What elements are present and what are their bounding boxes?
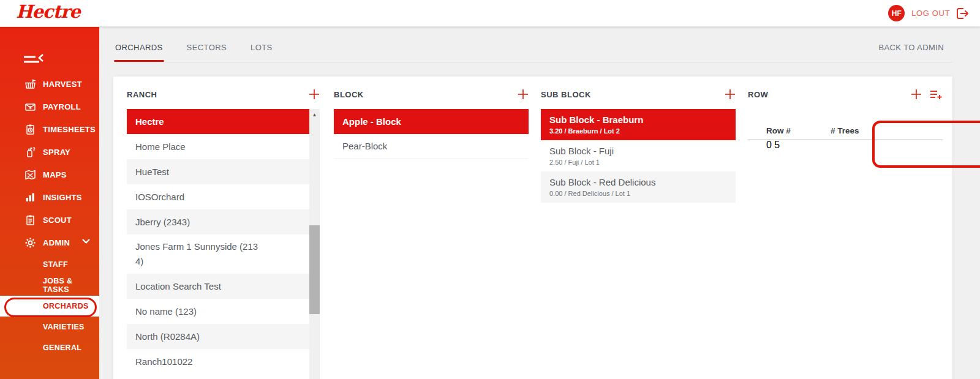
subblock-item-title: Sub Block - Fuji — [549, 145, 729, 157]
logout-icon — [956, 7, 969, 20]
ranch-list-item[interactable]: Location Search Test — [127, 274, 309, 299]
logout-label: LOG OUT — [911, 9, 950, 18]
sidebar-item-insights[interactable]: INSIGHTS — [0, 186, 99, 209]
row-panel-title: ROW — [748, 90, 768, 99]
row-table: Row # # Trees 0 5 — [748, 122, 943, 151]
ranch-list-item[interactable]: HueTest — [127, 159, 309, 184]
sidebar-item-label: STAFF — [43, 260, 68, 269]
maps-icon — [24, 169, 36, 181]
sidebar-item-maps[interactable]: MAPS — [0, 163, 99, 186]
tab-sectors[interactable]: SECTORS — [187, 43, 227, 61]
sidebar-item-jobs-tasks[interactable]: JOBS & TASKS — [0, 275, 99, 296]
add-subblock-button[interactable] — [725, 89, 736, 100]
subblock-item-subtitle: 3.20 / Braeburn / Lot 2 — [549, 127, 729, 135]
sidebar-item-general[interactable]: GENERAL — [0, 337, 99, 358]
add-multiple-rows-icon[interactable] — [930, 89, 943, 100]
ranch-list-item[interactable]: Jberry (2343) — [127, 209, 309, 235]
sidebar-menu: HARVEST $ PAYROLL TIMESHEETS — [0, 73, 99, 358]
sidebar-item-label: MAPS — [43, 170, 67, 179]
subblock-item-title: Sub Block - Red Delicious — [549, 176, 729, 188]
sidebar-item-varieties[interactable]: VARIETIES — [0, 317, 99, 337]
ranch-item-label: Location Search Test — [135, 279, 303, 294]
add-row-button[interactable] — [911, 89, 922, 100]
ranch-panel-title: RANCH — [127, 90, 157, 99]
ranch-list-item[interactable]: North (R0284A) — [127, 324, 309, 349]
gear-icon — [24, 237, 36, 249]
subblock-item-title: Sub Block - Braeburn — [549, 114, 729, 126]
subblock-list-item[interactable]: Sub Block - Red Delicious 0.00 / Red Del… — [541, 171, 736, 203]
sidebar-item-orchards[interactable]: ORCHARDS — [0, 296, 99, 317]
ranch-scrollbar[interactable]: ▲ — [309, 109, 320, 379]
trees-cell: 5 — [774, 140, 780, 150]
sidebar-item-label: ADMIN — [43, 238, 70, 247]
block-list-item[interactable]: Apple - Block — [334, 109, 529, 134]
block-item-label: Pear-Block — [342, 139, 522, 154]
ranch-panel: RANCH Hectre Home Place — [127, 89, 320, 379]
spray-icon — [24, 146, 36, 158]
subblock-list-item[interactable]: Sub Block - Fuji 2.50 / Fuji / Lot 1 — [541, 140, 736, 171]
block-list: Apple - Block Pear-Block — [334, 109, 529, 379]
user-avatar[interactable]: HF — [888, 5, 905, 21]
tab-orchards[interactable]: ORCHARDS — [115, 43, 163, 61]
ranch-item-label: Hectre — [135, 114, 303, 129]
sidebar-item-timesheets[interactable]: TIMESHEETS — [0, 118, 99, 141]
harvest-icon — [24, 78, 36, 90]
sidebar-item-payroll[interactable]: $ PAYROLL — [0, 96, 99, 118]
sidebar-item-label: HARVEST — [43, 80, 82, 89]
scroll-up-arrow[interactable]: ▲ — [309, 112, 320, 118]
trees-header: # Trees — [831, 126, 943, 135]
collapse-sidebar-icon[interactable] — [23, 54, 45, 65]
sidebar-item-staff[interactable]: STAFF — [0, 254, 99, 275]
sidebar-item-label: VARIETIES — [43, 323, 85, 331]
insights-icon — [24, 192, 36, 203]
sidebar-item-admin[interactable]: ADMIN — [0, 231, 99, 254]
scrollbar-thumb[interactable] — [309, 225, 320, 314]
sidebar-item-label: PAYROLL — [43, 102, 81, 111]
sidebar-item-scout[interactable]: SCOUT — [0, 209, 99, 231]
chevron-down-icon — [82, 239, 90, 244]
sidebar-item-label: GENERAL — [43, 343, 81, 352]
subblock-list-item[interactable]: Sub Block - Braeburn 3.20 / Braeburn / L… — [541, 109, 736, 140]
logout-button[interactable]: LOG OUT — [911, 7, 969, 20]
ranch-list-item[interactable]: Hectre — [127, 109, 309, 134]
ranch-list-item[interactable]: Home Place — [127, 134, 309, 159]
subblock-list: Sub Block - Braeburn 3.20 / Braeburn / L… — [541, 109, 736, 379]
subblock-item-subtitle: 0.00 / Red Delicious / Lot 1 — [549, 190, 729, 198]
ranch-list-item[interactable]: Ranch101022 — [127, 349, 309, 374]
row-panel: ROW Row # # Trees — [748, 89, 943, 151]
ranch-item-label: HueTest — [135, 165, 303, 179]
scout-icon — [24, 214, 36, 226]
tab-lots[interactable]: LOTS — [251, 43, 273, 61]
subblock-item-subtitle: 2.50 / Fuji / Lot 1 — [549, 159, 729, 167]
sidebar-item-label: ORCHARDS — [43, 302, 89, 310]
ranch-item-label: IOSOrchard — [135, 190, 303, 205]
sidebar-item-label: SCOUT — [43, 216, 72, 225]
sidebar-item-label: SPRAY — [43, 148, 70, 157]
tab-bar: ORCHARDS SECTORS LOTS BACK TO ADMIN — [115, 43, 952, 62]
ranch-list-item[interactable]: No name (123) — [127, 299, 309, 324]
row-table-row[interactable]: 0 5 — [748, 140, 943, 151]
row-table-header: Row # # Trees — [748, 122, 943, 140]
block-list-item[interactable]: Pear-Block — [334, 134, 529, 159]
block-panel: BLOCK Apple - Block Pear-Block — [334, 89, 529, 379]
back-to-admin-link[interactable]: BACK TO ADMIN — [878, 43, 944, 52]
payroll-icon: $ — [24, 101, 36, 113]
ranch-list-item[interactable]: IOSOrchard — [127, 184, 309, 209]
sidebar: HARVEST $ PAYROLL TIMESHEETS — [0, 27, 99, 379]
sidebar-item-spray[interactable]: SPRAY — [0, 141, 99, 163]
ranch-item-label: No name (123) — [135, 304, 303, 319]
top-header: Hectre HF LOG OUT — [0, 0, 980, 27]
ranch-item-label: Home Place — [135, 140, 303, 154]
block-panel-title: BLOCK — [334, 90, 364, 99]
sidebar-item-label: INSIGHTS — [43, 193, 82, 202]
ranch-list-item[interactable]: Jones Farm 1 Sunnyside (213 4) — [127, 235, 309, 274]
add-ranch-button[interactable] — [309, 89, 320, 100]
orchards-card: RANCH Hectre Home Place — [113, 77, 952, 379]
row-number-header: Row # — [748, 126, 831, 135]
add-block-button[interactable] — [518, 89, 529, 100]
ranch-item-label: Ranch101022 — [135, 355, 303, 369]
sidebar-item-harvest[interactable]: HARVEST — [0, 73, 99, 96]
hectre-logo: Hectre — [16, 3, 80, 23]
row-number-cell: 0 — [748, 140, 772, 150]
subblock-panel-title: SUB BLOCK — [541, 90, 591, 99]
